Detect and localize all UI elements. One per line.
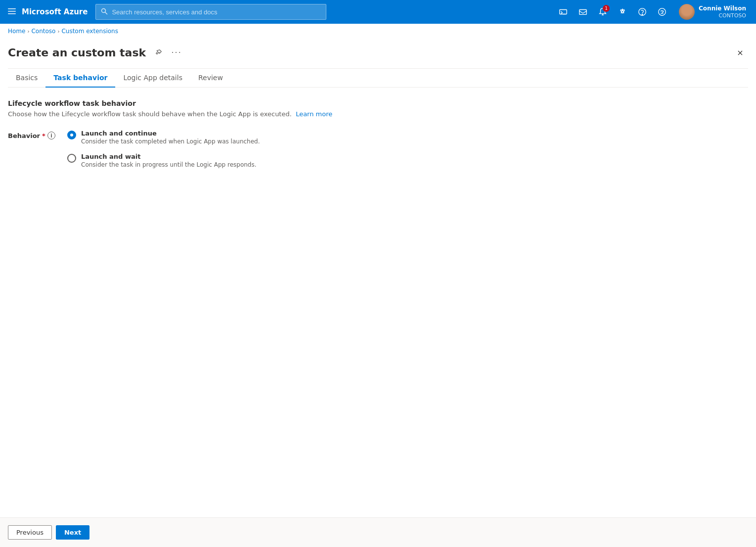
info-icon-glyph: i (50, 133, 52, 138)
section-header: Lifecycle workflow task behavior Choose … (8, 99, 748, 130)
svg-rect-2 (8, 13, 16, 14)
search-bar[interactable] (95, 4, 326, 20)
search-input[interactable] (112, 8, 321, 16)
svg-rect-1 (8, 11, 16, 12)
page-title: Create an custom task (8, 46, 146, 59)
info-icon[interactable]: i (47, 132, 55, 139)
tab-logic-app-details[interactable]: Logic App details (115, 69, 190, 88)
breadcrumb-contoso[interactable]: Contoso (31, 28, 55, 35)
behavior-label: Behavior * i (8, 130, 67, 139)
radio-launch-continue[interactable]: Launch and continue Consider the task co… (67, 130, 260, 145)
tab-review[interactable]: Review (190, 69, 231, 88)
user-menu[interactable]: Connie Wilson CONTOSO (675, 2, 750, 22)
radio-button-launch-wait[interactable] (67, 154, 76, 163)
required-indicator: * (42, 132, 45, 139)
radio-launch-wait[interactable]: Launch and wait Consider the task in pro… (67, 153, 260, 168)
breadcrumb: Home › Contoso › Custom extensions (0, 24, 756, 39)
topbar: Microsoft Azure (0, 0, 756, 24)
cloud-shell-button[interactable] (554, 3, 572, 21)
radio-label-launch-wait: Launch and wait (81, 153, 257, 160)
radio-desc-launch-continue: Consider the task completed when Logic A… (81, 138, 260, 145)
notification-count: 1 (603, 5, 610, 12)
breadcrumb-custom-extensions[interactable]: Custom extensions (61, 28, 118, 35)
notification-button[interactable]: 1 (594, 3, 612, 21)
section-description: Choose how the Lifecycle workflow task s… (8, 110, 748, 118)
tab-basics[interactable]: Basics (8, 69, 45, 88)
radio-label-launch-continue: Launch and continue (81, 130, 260, 137)
user-org: CONTOSO (699, 12, 746, 19)
svg-rect-5 (560, 10, 567, 14)
settings-button[interactable] (614, 3, 631, 21)
directory-button[interactable] (574, 3, 592, 21)
svg-point-3 (102, 8, 106, 12)
behavior-form-row: Behavior * i Launch and continue Conside… (8, 130, 748, 168)
svg-point-13 (659, 8, 666, 15)
radio-text-launch-continue: Launch and continue Consider the task co… (81, 130, 260, 145)
section-title: Lifecycle workflow task behavior (8, 99, 748, 107)
radio-button-launch-continue[interactable] (67, 131, 76, 139)
header-actions: ··· (152, 46, 183, 59)
topbar-icons: 1 (554, 3, 671, 21)
more-options-button[interactable]: ··· (170, 46, 183, 59)
brand-name: Microsoft Azure (22, 7, 88, 16)
feedback-button[interactable] (653, 3, 671, 21)
svg-line-14 (159, 52, 160, 53)
avatar (679, 4, 695, 20)
user-info: Connie Wilson CONTOSO (699, 5, 746, 19)
svg-rect-0 (8, 8, 16, 9)
radio-text-launch-wait: Launch and wait Consider the task in pro… (81, 153, 257, 168)
hamburger-icon[interactable] (6, 5, 18, 19)
help-button[interactable] (633, 3, 651, 21)
svg-point-12 (642, 14, 642, 15)
search-icon (101, 8, 108, 16)
svg-line-4 (105, 12, 108, 14)
tab-task-behavior[interactable]: Task behavior (45, 69, 115, 88)
breadcrumb-home[interactable]: Home (8, 28, 25, 35)
breadcrumb-sep-1: › (27, 29, 29, 34)
user-name: Connie Wilson (699, 5, 746, 12)
svg-rect-7 (579, 10, 586, 15)
tabs: Basics Task behavior Logic App details R… (8, 69, 748, 88)
page-header: Create an custom task ··· × (8, 39, 748, 69)
ellipsis-icon: ··· (171, 48, 181, 57)
pin-button[interactable] (152, 46, 166, 59)
footer: Previous Next (0, 517, 756, 547)
main-content: Create an custom task ··· × Basics Task … (0, 39, 756, 517)
close-button[interactable]: × (732, 45, 748, 60)
next-button[interactable]: Next (56, 525, 89, 540)
breadcrumb-sep-2: › (57, 29, 59, 34)
radio-desc-launch-wait: Consider the task in progress until the … (81, 161, 257, 168)
previous-button[interactable]: Previous (8, 525, 52, 540)
behavior-options: Launch and continue Consider the task co… (67, 130, 260, 168)
learn-more-link[interactable]: Learn more (296, 110, 332, 118)
close-icon: × (737, 48, 743, 57)
